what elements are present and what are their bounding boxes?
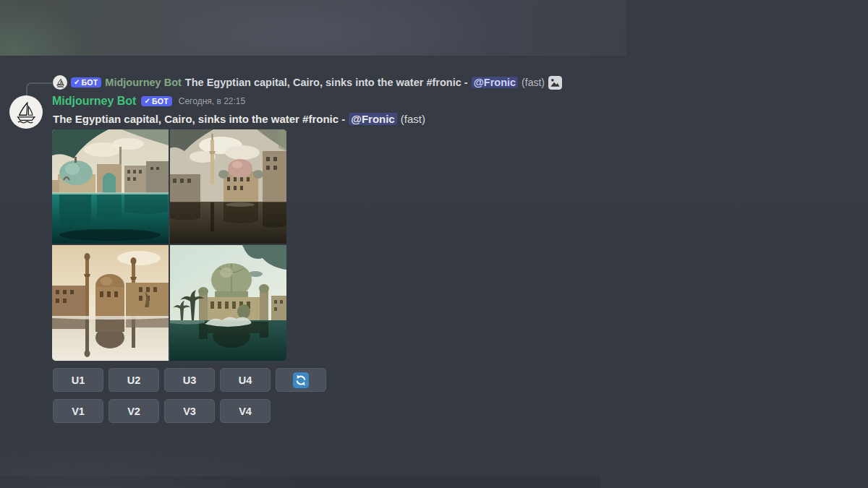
quadrant-1-art	[52, 129, 169, 244]
message-content: The Egyptian capital, Cairo, sinks into …	[53, 111, 425, 127]
reroll-button[interactable]	[276, 368, 326, 392]
verified-check-icon: ✓	[74, 79, 80, 86]
variation-button-v2[interactable]: V2	[109, 399, 159, 423]
reply-spine	[26, 82, 52, 96]
upscale-button-u3[interactable]: U3	[164, 368, 215, 392]
quadrant-3-art	[52, 245, 169, 361]
generated-image-quadrant-4[interactable]	[170, 245, 286, 361]
generated-image-quadrant-1[interactable]	[52, 129, 169, 244]
generated-image-quadrant-3[interactable]	[52, 245, 169, 361]
verified-check-icon: ✓	[144, 98, 150, 105]
reply-username[interactable]: Midjourney Bot	[105, 77, 182, 88]
message-timestamp: Сегодня, в 22:15	[177, 96, 245, 106]
upscale-button-u4[interactable]: U4	[220, 368, 271, 392]
message-avatar[interactable]	[9, 95, 43, 129]
counterclockwise-arrows-icon	[293, 372, 309, 388]
quadrant-2-art	[170, 129, 286, 244]
generated-image-grid[interactable]	[52, 129, 286, 361]
reply-mention[interactable]: @Fronic	[472, 77, 518, 88]
variation-button-v1[interactable]: V1	[53, 399, 103, 423]
discord-chat-window: ✓БОТ Midjourney Bot The Egyptian capital…	[0, 0, 868, 488]
message-username[interactable]: Midjourney Bot	[52, 95, 136, 108]
top-banner	[0, 0, 626, 56]
message-suffix: (fast)	[401, 113, 425, 125]
reply-avatar[interactable]	[53, 75, 67, 90]
variation-button-v3[interactable]: V3	[164, 399, 215, 423]
bottom-shade	[0, 476, 600, 488]
variation-button-v4[interactable]: V4	[220, 399, 271, 423]
image-icon	[548, 76, 562, 90]
reply-preview-row[interactable]: ✓БОТ Midjourney Bot The Egyptian capital…	[53, 74, 562, 90]
message-header: Midjourney Bot ✓БОТ Сегодня, в 22:15	[52, 94, 245, 108]
quadrant-4-art	[170, 245, 286, 361]
reply-message-text[interactable]: The Egyptian capital, Cairo, sinks into …	[185, 77, 468, 88]
message-mention[interactable]: @Fronic	[349, 113, 396, 125]
message-bot-badge: ✓БОТ	[141, 96, 171, 107]
sailboat-icon	[14, 100, 38, 124]
upscale-button-u2[interactable]: U2	[109, 368, 159, 392]
generated-image-quadrant-2[interactable]	[170, 129, 286, 244]
reply-suffix: (fast)	[522, 77, 545, 88]
component-row-1: U1 U2 U3 U4	[53, 368, 326, 392]
reply-bot-badge: ✓БОТ	[71, 77, 101, 88]
component-row-2: V1 V2 V3 V4	[53, 399, 271, 423]
sailboat-icon	[55, 77, 66, 88]
upscale-button-u1[interactable]: U1	[53, 368, 103, 392]
message-text: The Egyptian capital, Cairo, sinks into …	[53, 113, 345, 125]
